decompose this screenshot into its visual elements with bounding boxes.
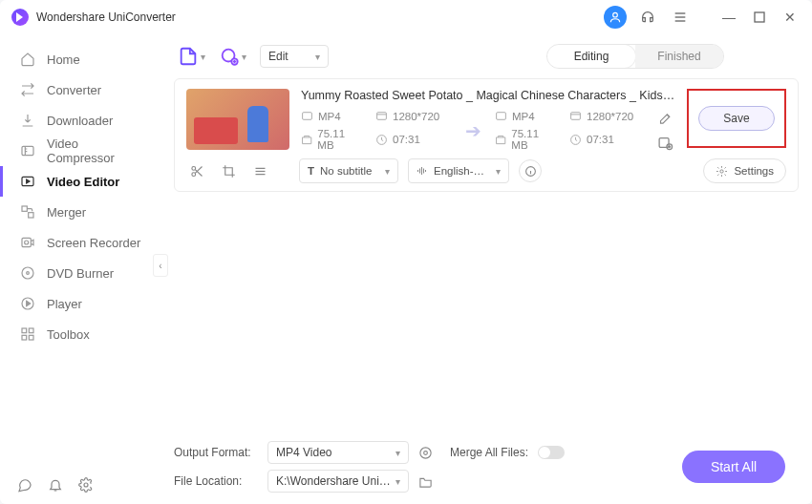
svg-point-38 xyxy=(420,447,431,457)
more-icon[interactable] xyxy=(253,164,267,178)
video-thumbnail[interactable] xyxy=(186,89,289,150)
svg-point-0 xyxy=(613,12,618,17)
svg-rect-26 xyxy=(571,113,581,120)
crop-icon[interactable] xyxy=(222,164,236,178)
feedback-icon[interactable] xyxy=(17,477,32,493)
output-format-value: MP4 Video xyxy=(276,446,331,459)
nav-compressor[interactable]: Video Compressor xyxy=(0,136,160,166)
trim-icon[interactable] xyxy=(190,164,204,178)
format-settings-icon[interactable] xyxy=(418,446,433,460)
nav-label: Converter xyxy=(47,83,101,97)
svg-rect-23 xyxy=(377,113,387,120)
nav-label: Video Editor xyxy=(47,175,119,189)
support-button[interactable] xyxy=(636,6,659,29)
chevron-down-icon: ▾ xyxy=(395,448,400,458)
language-value: English-Advan... xyxy=(434,165,490,177)
nav-toolbox[interactable]: Toolbox xyxy=(0,319,160,349)
file-settings-button[interactable]: Settings xyxy=(703,158,786,183)
subtitle-icon: T xyxy=(308,165,314,177)
subtitle-dropdown[interactable]: T No subtitle ▾ xyxy=(299,158,398,183)
gear-icon xyxy=(716,165,728,178)
svg-rect-8 xyxy=(29,213,33,218)
app-name: Wondershare UniConverter xyxy=(36,10,176,24)
dst-resolution: 1280*720 xyxy=(569,110,646,122)
svg-rect-7 xyxy=(22,206,27,211)
src-format: MP4 xyxy=(301,110,362,122)
edit-name-icon[interactable] xyxy=(658,111,673,125)
svg-rect-5 xyxy=(22,146,33,155)
svg-rect-17 xyxy=(29,335,33,340)
add-url-button[interactable]: ▾ xyxy=(219,46,246,67)
merge-toggle[interactable] xyxy=(538,446,565,459)
tab-editing[interactable]: Editing xyxy=(547,45,635,68)
svg-rect-4 xyxy=(755,12,764,22)
nav-video-editor[interactable]: Video Editor xyxy=(0,166,160,197)
account-button[interactable] xyxy=(604,6,627,29)
converter-icon xyxy=(20,82,35,97)
open-folder-icon[interactable] xyxy=(418,474,433,489)
dvd-icon xyxy=(20,265,35,281)
status-tabs: Editing Finished xyxy=(546,44,724,69)
output-format-dropdown[interactable]: MP4 Video ▾ xyxy=(267,441,409,464)
nav-merger[interactable]: Merger xyxy=(0,197,160,227)
editor-icon xyxy=(20,174,35,189)
settings-gear-icon[interactable] xyxy=(78,477,94,493)
arrow-icon: ➔ xyxy=(459,119,487,142)
nav-home[interactable]: Home xyxy=(0,44,160,74)
nav-screen-recorder[interactable]: Screen Recorder xyxy=(0,227,160,258)
minimize-button[interactable]: — xyxy=(718,7,739,28)
nav-label: DVD Burner xyxy=(47,266,114,281)
file-card: Yummy Roasted Sweet Potato _ Magical Chi… xyxy=(174,78,799,192)
tab-finished[interactable]: Finished xyxy=(635,45,723,68)
output-format-label: Output Format: xyxy=(174,446,258,459)
src-size: 75.11 MB xyxy=(301,128,362,151)
file-name: Yummy Roasted Sweet Potato _ Magical Chi… xyxy=(301,89,675,102)
svg-point-31 xyxy=(192,172,196,176)
chevron-down-icon: ▾ xyxy=(395,476,400,487)
edit-dropdown[interactable]: Edit ▾ xyxy=(260,45,329,68)
svg-point-37 xyxy=(424,451,428,454)
nav-label: Screen Recorder xyxy=(47,236,140,250)
src-duration: 07:31 xyxy=(375,128,452,151)
dst-size: 75.11 MB xyxy=(495,128,556,151)
recorder-icon xyxy=(20,235,35,250)
nav-label: Home xyxy=(47,52,80,67)
collapse-sidebar-button[interactable]: ‹ xyxy=(153,254,168,277)
info-button[interactable] xyxy=(519,159,542,182)
start-all-button[interactable]: Start All xyxy=(682,451,785,483)
nav-converter[interactable]: Converter xyxy=(0,74,160,105)
chevron-down-icon: ▾ xyxy=(496,166,501,177)
add-file-button[interactable]: ▾ xyxy=(178,46,205,67)
toolbox-icon xyxy=(20,326,35,342)
compressor-icon xyxy=(20,143,35,158)
svg-rect-9 xyxy=(22,238,31,246)
app-logo xyxy=(11,9,29,26)
chevron-down-icon: ▾ xyxy=(201,52,205,62)
file-location-dropdown[interactable]: K:\Wondershare UniConverter ▾ xyxy=(267,470,409,493)
player-icon xyxy=(20,296,35,311)
menu-button[interactable] xyxy=(669,6,692,29)
chevron-down-icon: ▾ xyxy=(385,166,390,177)
downloader-icon xyxy=(20,113,35,128)
svg-point-18 xyxy=(84,483,88,487)
svg-rect-16 xyxy=(22,335,27,340)
home-icon xyxy=(20,52,35,67)
save-button[interactable]: Save xyxy=(698,106,775,131)
nav-label: Player xyxy=(47,297,82,311)
nav-label: Merger xyxy=(47,205,86,220)
language-dropdown[interactable]: English-Advan... ▾ xyxy=(408,158,509,183)
output-settings-icon[interactable] xyxy=(657,135,673,151)
chevron-down-icon: ▾ xyxy=(242,52,246,62)
close-button[interactable]: ✕ xyxy=(780,7,801,28)
svg-point-11 xyxy=(22,267,33,279)
nav-player[interactable]: Player xyxy=(0,288,160,319)
merge-label: Merge All Files: xyxy=(450,446,528,459)
svg-point-30 xyxy=(192,166,196,170)
maximize-button[interactable] xyxy=(749,7,770,28)
nav-dvd-burner[interactable]: DVD Burner xyxy=(0,258,160,288)
notification-icon[interactable] xyxy=(48,477,63,493)
chevron-down-icon: ▾ xyxy=(315,52,320,62)
subtitle-value: No subtitle xyxy=(320,165,372,177)
nav-downloader[interactable]: Downloader xyxy=(0,105,160,136)
dst-format: MP4 xyxy=(495,110,556,122)
